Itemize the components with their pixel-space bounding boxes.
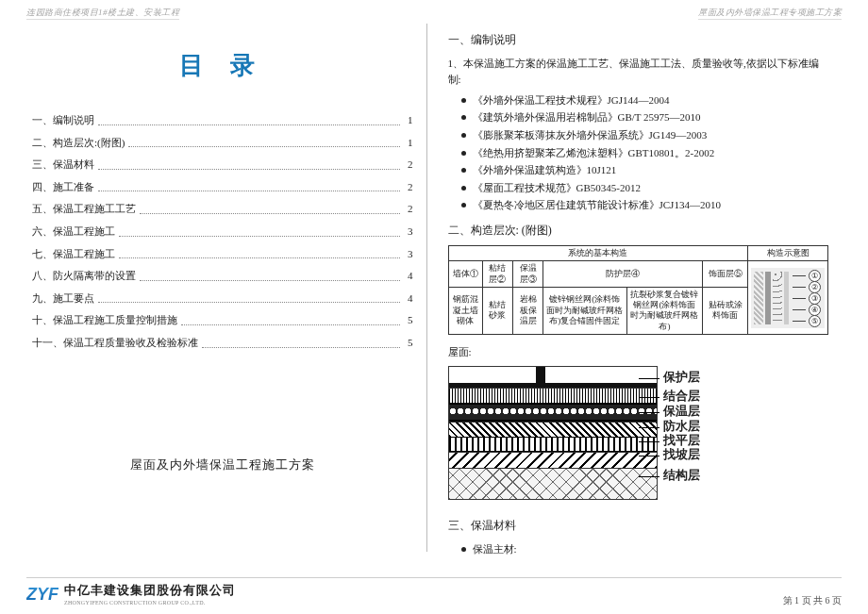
toc-row: 六、保温工程施工3	[32, 224, 413, 241]
diagram-cell: ① ② ③ ④ ⑤	[748, 261, 828, 335]
standard-item: 《外墙外保温工程技术规程》JGJ144—2004	[461, 92, 829, 109]
toc-row: 四、施工准备2	[32, 179, 413, 196]
logo-en: ZHONGYIFENG CONSTRUCTION GROUP CO.,LTD.	[64, 599, 236, 608]
toc-row: 十、保温工程施工质量控制措施5	[32, 312, 413, 329]
section-3-title: 三、保温材料	[448, 517, 829, 535]
roof-label: 屋面:	[448, 344, 829, 361]
material-item: 保温主材:	[461, 541, 829, 558]
system-mini-diagram: ① ② ③ ④ ⑤	[751, 268, 825, 328]
standard-item: 《外墙外保温建筑构造》10J121	[461, 162, 829, 179]
toc-row: 五、保温工程施工工艺2	[32, 201, 413, 218]
logo-zh: 中亿丰建设集团股份有限公司	[64, 583, 236, 597]
standard-item: 《屋面工程技术规范》GB50345-2012	[461, 180, 829, 197]
layer-label: 结构层	[663, 466, 700, 486]
doc-subtitle: 屋面及内外墙保温工程施工方案	[32, 456, 413, 475]
section-1-title: 一、编制说明	[448, 31, 829, 49]
standard-item: 《膨胀聚苯板薄抹灰外墙外保温系统》JG149—2003	[461, 127, 829, 144]
toc-row: 八、防火隔离带的设置4	[32, 268, 413, 285]
body-column: 一、编制说明 1、本保温施工方案的保温施工工艺、保温施工工法、质量验收等,依据以…	[427, 24, 843, 552]
standard-item: 《建筑外墙外保温用岩棉制品》GB/T 25975—2010	[461, 109, 829, 126]
standard-item: 《夏热冬冷地区居住建筑节能设计标准》JCJ134—2010	[461, 197, 829, 214]
section-1-intro: 1、本保温施工方案的保温施工工艺、保温施工工法、质量验收等,依据以下标准编制:	[448, 56, 829, 89]
roof-layers-diagram: 保护层 结合层 保温层 防水层 找平层 找坡层 结构层	[448, 366, 829, 500]
standards-list: 《外墙外保温工程技术规程》JGJ144—2004 《建筑外墙外保温用岩棉制品》G…	[461, 92, 829, 214]
company-logo: ZYF 中亿丰建设集团股份有限公司 ZHONGYIFENG CONSTRUCTI…	[26, 581, 236, 608]
page-footer: ZYF 中亿丰建设集团股份有限公司 ZHONGYIFENG CONSTRUCTI…	[0, 581, 868, 608]
toc-row: 十一、保温工程质量验收及检验标准5	[32, 335, 413, 352]
toc-list: 一、编制说明1 二、构造层次:(附图)1 三、保温材料2 四、施工准备2 五、保…	[32, 112, 413, 352]
toc-row: 七、保温工程施工3	[32, 246, 413, 263]
logo-mark: ZYF	[26, 581, 58, 608]
layer-label: 保护层	[663, 368, 700, 388]
header-left: 连园路商住楼项目1#楼土建、安装工程	[26, 6, 179, 20]
page-number: 第 1 页 共 6 页	[783, 593, 843, 608]
toc-row: 三、保温材料2	[32, 157, 413, 174]
system-table: 系统的基本构造 构造示意图 墙体① 粘结层② 保温层③ 防护层④ 饰面层⑤ ① …	[448, 245, 829, 335]
page-header: 连园路商住楼项目1#楼土建、安装工程 屋面及内外墙保温工程专项施工方案	[0, 0, 868, 20]
toc-row: 一、编制说明1	[32, 112, 413, 129]
standard-item: 《绝热用挤塑聚苯乙烯泡沫塑料》GBT10801。2-2002	[461, 145, 829, 162]
section-2-title: 二、构造层次: (附图)	[448, 222, 829, 240]
material-list: 保温主材:	[461, 541, 829, 558]
toc-row: 二、构造层次:(附图)1	[32, 135, 413, 152]
th-diagram: 构造示意图	[748, 246, 828, 261]
toc-title: 目录	[47, 46, 413, 86]
layer-label: 找坡层	[663, 445, 700, 465]
toc-column: 目录 一、编制说明1 二、构造层次:(附图)1 三、保温材料2 四、施工准备2 …	[26, 24, 427, 552]
th-main: 系统的基本构造	[448, 246, 748, 261]
toc-row: 九、施工要点4	[32, 290, 413, 307]
header-right: 屋面及内外墙保温工程专项施工方案	[698, 6, 842, 20]
